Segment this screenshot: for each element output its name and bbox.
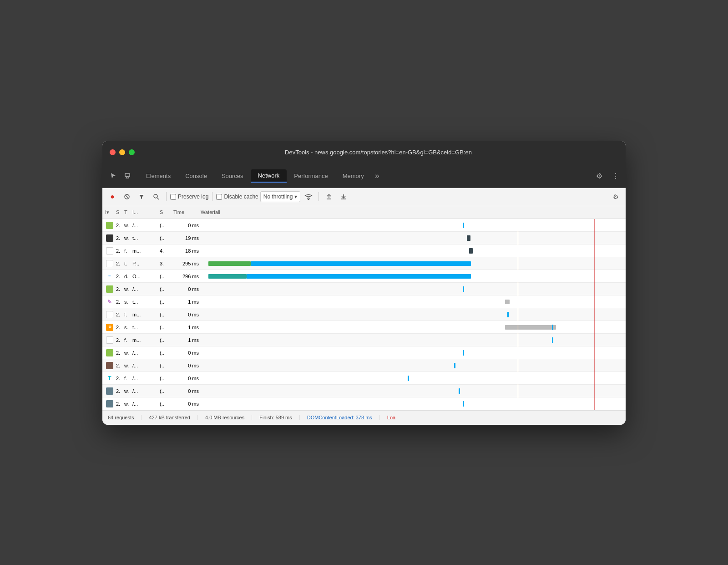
col-time-hdr: Time: [172, 209, 200, 215]
col-size-hdr: S: [159, 209, 172, 215]
disable-cache-checkbox[interactable]: [216, 194, 222, 200]
more-tabs-button[interactable]: »: [371, 171, 383, 181]
record-button[interactable]: ●: [106, 190, 119, 203]
waterfall-bar-3: [200, 244, 624, 257]
throttle-select[interactable]: No throttling ▾: [260, 191, 301, 202]
table-row[interactable]: 2. w. /... (.. 0 ms: [102, 397, 626, 410]
filter-icon[interactable]: [135, 190, 148, 203]
svg-point-7: [308, 199, 309, 200]
waterfall-bar-2: [200, 232, 624, 244]
waterfall-bar-10: [200, 334, 624, 346]
table-row[interactable]: ⚙ 2. s. t... (.. 1 ms: [102, 321, 626, 334]
load-time: Loa: [387, 415, 395, 420]
waterfall-bar-13: [200, 372, 624, 385]
tab-memory[interactable]: Memory: [335, 170, 371, 182]
table-row[interactable]: 2. w. /... (.. 0 ms: [102, 283, 626, 295]
svg-line-4: [126, 195, 128, 198]
table-row[interactable]: 2. w. /... (.. 0 ms: [102, 346, 626, 359]
waterfall-bar-7: [200, 295, 624, 308]
table-row[interactable]: ✎ 2. s. t... (.. 1 ms: [102, 295, 626, 308]
waterfall-bar-6: [200, 283, 624, 295]
waterfall-bar-5: [200, 270, 624, 283]
table-row[interactable]: 2. w. /... (.. 0 ms: [102, 219, 626, 232]
table-row[interactable]: ≡ 2. d. O... (.. 296 ms: [102, 270, 626, 283]
waterfall-bar-15: [200, 397, 624, 410]
preserve-log-label[interactable]: Preserve log: [170, 193, 208, 200]
svg-point-5: [154, 194, 157, 198]
window-title: DevTools - news.google.com/topstories?hl…: [138, 149, 618, 156]
table-header: I▾ S T I... S Time Waterfall: [102, 206, 626, 219]
search-icon[interactable]: [150, 190, 162, 203]
table-row[interactable]: T 2. f. /... (.. 0 ms: [102, 372, 626, 385]
waterfall-bar-12: [200, 359, 624, 372]
titlebar: DevTools - news.google.com/topstories?hl…: [102, 141, 626, 164]
tab-console[interactable]: Console: [178, 170, 214, 182]
table-row[interactable]: 2. w. t... (.. 19 ms: [102, 232, 626, 244]
table-row[interactable]: 2. f. m... 4. 18 ms: [102, 244, 626, 257]
col-indicator: I▾: [104, 209, 115, 215]
more-options-icon[interactable]: ⋮: [609, 169, 622, 182]
upload-icon[interactable]: [323, 190, 335, 203]
table-row[interactable]: 2. t. P... 3. 295 ms: [102, 257, 626, 270]
download-icon[interactable]: [337, 190, 350, 203]
table-row[interactable]: 2. w. /... (.. 0 ms: [102, 359, 626, 372]
table-row[interactable]: 2. w. /... (.. 0 ms: [102, 385, 626, 397]
requests-count: 64 requests: [108, 415, 142, 420]
tab-elements[interactable]: Elements: [139, 170, 178, 182]
dom-content-loaded: DOMContentLoaded: 378 ms: [307, 415, 380, 420]
tab-network[interactable]: Network: [251, 169, 287, 183]
table-row[interactable]: 2. f. m... (.. 0 ms: [102, 308, 626, 321]
separator-1: [166, 192, 167, 201]
preserve-log-checkbox[interactable]: [170, 194, 176, 200]
network-settings-icon[interactable]: ⚙: [609, 190, 622, 203]
waterfall-bar-1: [200, 219, 624, 232]
resources-size: 4.0 MB resources: [205, 415, 252, 420]
col-status: S: [115, 209, 123, 215]
device-icon[interactable]: [121, 168, 135, 183]
col-type: T: [123, 209, 131, 215]
finish-time: Finish: 589 ms: [259, 415, 300, 420]
tab-performance[interactable]: Performance: [287, 170, 335, 182]
tabs-bar: Elements Console Sources Network Perform…: [102, 164, 626, 188]
waterfall-bar-9: [200, 321, 624, 334]
clear-button[interactable]: [121, 190, 133, 203]
col-initiator: I...: [131, 209, 159, 215]
status-bar: 64 requests 427 kB transferred 4.0 MB re…: [102, 410, 626, 425]
tabs-right-actions: ⚙ ⋮: [593, 169, 622, 182]
disable-cache-label[interactable]: Disable cache: [216, 193, 258, 200]
devtools-window: DevTools - news.google.com/topstories?hl…: [102, 141, 626, 425]
minimize-button[interactable]: [119, 149, 125, 155]
table-row[interactable]: 2. f. m... (.. 1 ms: [102, 334, 626, 346]
tab-sources[interactable]: Sources: [214, 170, 251, 182]
settings-icon[interactable]: ⚙: [593, 169, 606, 182]
waterfall-bar-11: [200, 346, 624, 359]
close-button[interactable]: [110, 149, 116, 155]
waterfall-bar-4: [200, 257, 624, 270]
svg-line-6: [157, 198, 159, 199]
table-body: 2. w. /... (.. 0 ms 2. w. t... (.. 19 ms: [102, 219, 626, 410]
transferred-size: 427 kB transferred: [149, 415, 198, 420]
separator-3: [318, 192, 319, 201]
tabs-list: Elements Console Sources Network Perform…: [139, 169, 371, 183]
col-waterfall: Waterfall: [200, 209, 624, 215]
maximize-button[interactable]: [129, 149, 135, 155]
wifi-icon[interactable]: [302, 190, 315, 203]
separator-2: [212, 192, 212, 201]
network-toolbar: ● Preserve log Disable cache No throttli…: [102, 188, 626, 206]
svg-rect-0: [125, 173, 130, 177]
waterfall-bar-14: [200, 385, 624, 397]
cursor-icon[interactable]: [106, 168, 121, 183]
network-table: I▾ S T I... S Time Waterfall 2. w. /... …: [102, 206, 626, 410]
waterfall-bar-8: [200, 308, 624, 321]
